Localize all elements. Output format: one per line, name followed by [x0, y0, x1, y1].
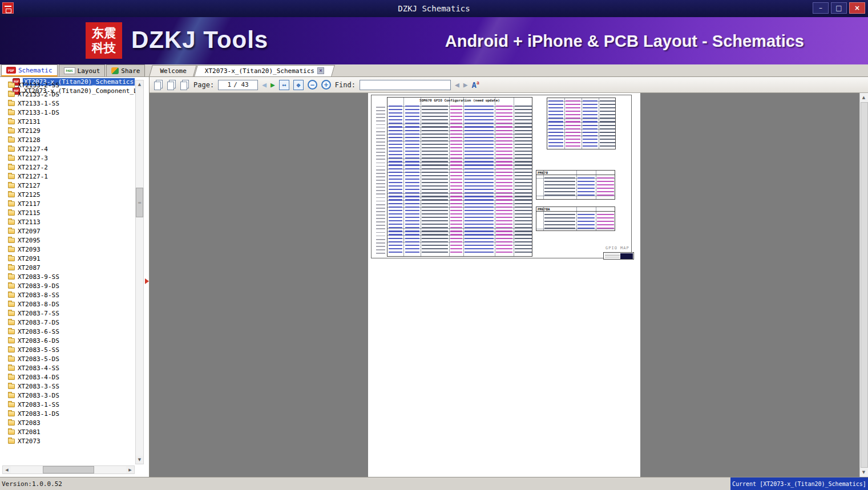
viewer-scroll-down-icon[interactable]: ▼ — [860, 468, 867, 476]
snapshot-icon[interactable] — [154, 82, 161, 90]
tree-item-folder[interactable]: XT2115 — [0, 208, 134, 217]
tree-item-folder[interactable]: XT2081 — [0, 427, 134, 436]
scroll-down-icon[interactable]: ▼ — [136, 456, 143, 464]
tree-item-folder[interactable]: XT2133-2-SS — [0, 80, 134, 90]
tree-item-label: XT2083 — [18, 419, 41, 427]
folder-icon — [8, 366, 15, 371]
tree-item-folder[interactable]: XT2093 — [0, 245, 134, 254]
tree-item-label: XT2133-1-SS — [18, 100, 59, 107]
scroll-left-icon[interactable]: ◀ — [3, 466, 11, 473]
close-button[interactable]: × — [849, 2, 865, 14]
tab-share[interactable]: Share — [106, 64, 145, 76]
tree-item-folder[interactable]: XT2083-1-SS — [0, 400, 134, 409]
sidebar-horizontal-scrollbar[interactable]: ◀ ▶ — [2, 465, 135, 474]
tree-item-folder[interactable]: XT2128 — [0, 135, 134, 144]
single-page-icon[interactable] — [167, 82, 174, 90]
tree-item-folder[interactable]: XT2113 — [0, 217, 134, 226]
find-previous-icon[interactable]: ◀ — [455, 80, 459, 89]
fit-width-icon[interactable]: ↔ — [279, 80, 289, 90]
tree-item-label: XT2113 — [18, 218, 41, 226]
tree-item-folder[interactable]: XT2083-7-DS — [0, 318, 134, 327]
tree-item-folder[interactable]: XT2083-8-SS — [0, 290, 134, 299]
viewer-vscroll-thumb[interactable] — [861, 102, 868, 468]
tree-item-folder[interactable]: XT2127-2 — [0, 163, 134, 172]
sidebar-vertical-scrollbar[interactable]: ▲ ≡ ▼ — [135, 80, 144, 464]
tree-item-folder[interactable]: XT2083-6-DS — [0, 336, 134, 345]
tree-item-label: XT2093 — [18, 246, 41, 253]
page-number-input[interactable]: 1 / 43 — [218, 80, 258, 90]
tree-item-folder[interactable]: XT2083-1-DS — [0, 409, 134, 418]
tree-item-folder[interactable]: XT2127-3 — [0, 153, 134, 163]
tree-item-folder[interactable]: XT2133-1-SS — [0, 99, 134, 108]
doc-tab-welcome-label: Welcome — [160, 67, 186, 75]
viewer-vertical-scrollbar[interactable]: ▲ ▼ — [859, 93, 868, 477]
minimize-button[interactable]: – — [813, 2, 829, 14]
tree-item-folder[interactable]: XT2127 — [0, 181, 134, 190]
next-page-icon[interactable]: ▶ — [271, 81, 275, 88]
scroll-right-icon[interactable]: ▶ — [126, 466, 134, 473]
tree-item-folder[interactable]: XT2083-8-DS — [0, 299, 134, 309]
facing-pages-icon[interactable] — [180, 82, 187, 90]
tree-item-folder[interactable]: XT2097 — [0, 226, 134, 236]
page-total: / 43 — [233, 81, 249, 88]
fit-page-icon[interactable]: ↔ ↕ — [293, 80, 304, 90]
tab-layout[interactable]: PADS Layout — [59, 64, 106, 76]
folder-icon — [8, 247, 15, 252]
tree-item-label: XT2083-9-DS — [18, 282, 59, 290]
tree-item-folder[interactable]: XT2083-9-SS — [0, 272, 134, 281]
doc-tab-active[interactable]: XT2073-x_(Titan20)_Schematics × — [196, 65, 333, 76]
folder-icon — [8, 375, 15, 380]
tree-item-label: XT2115 — [18, 209, 41, 217]
doc-tab-close-icon[interactable]: × — [317, 67, 324, 74]
tree-item-folder[interactable]: XT2073 — [0, 436, 134, 446]
tree-item-folder[interactable]: XT2127-1 — [0, 172, 134, 181]
zoom-in-icon[interactable]: + — [321, 80, 331, 90]
zoom-out-icon[interactable]: − — [308, 80, 317, 90]
tab-schematic-label: Schematic — [18, 67, 53, 74]
tree-item-folder[interactable]: XT2125 — [0, 190, 134, 199]
tree-item-folder[interactable]: XT2083 — [0, 418, 134, 427]
tree-item-folder[interactable]: XT2131 — [0, 117, 134, 126]
tree-item-label: XT2083-9-SS — [18, 273, 59, 281]
text-size-icon[interactable]: A a — [472, 80, 479, 90]
viewer-scroll-up-icon[interactable]: ▲ — [860, 94, 867, 102]
tree-item-folder[interactable]: XT2083-4-SS — [0, 363, 134, 372]
splitter-collapse-icon[interactable] — [145, 278, 149, 284]
tree-item-label: XT2127 — [18, 182, 41, 189]
tree-item-folder[interactable]: XT2129 — [0, 126, 134, 135]
find-input[interactable] — [360, 80, 451, 90]
doc-tab-welcome[interactable]: Welcome — [151, 65, 195, 76]
tree-item-folder[interactable]: XT2083-3-DS — [0, 391, 134, 400]
tree-item-folder[interactable]: XT2083-5-SS — [0, 345, 134, 354]
pdf-viewer[interactable]: SDM670 GPIO Configuration (need update) — [150, 93, 859, 477]
tab-schematic[interactable]: PDF Schematic — [1, 64, 58, 76]
folder-icon — [8, 256, 15, 261]
folder-icon — [8, 147, 15, 152]
tree-item-folder[interactable]: XT2133-2-DS — [0, 90, 134, 99]
folder-icon — [8, 183, 15, 188]
tree-item-folder[interactable]: XT2091 — [0, 254, 134, 263]
app-icon — [2, 2, 14, 14]
folder-icon — [8, 293, 15, 298]
tree-item-folder[interactable]: XT2095 — [0, 236, 134, 245]
previous-page-icon[interactable]: ◀ — [262, 81, 267, 88]
find-next-icon[interactable]: ▶ — [463, 80, 468, 89]
tree-item-folder[interactable]: XT2083-4-DS — [0, 372, 134, 382]
app-name: DZKJ Tools — [131, 26, 268, 54]
tree-item-folder[interactable]: XT2083-7-SS — [0, 309, 134, 318]
tree-item-label: XT2083-6-DS — [18, 337, 59, 345]
tree-item-folder[interactable]: XT2083-5-DS — [0, 354, 134, 363]
maximize-button[interactable]: □ — [831, 2, 847, 14]
folder-icon — [8, 402, 15, 407]
sidebar-hscroll-thumb[interactable] — [43, 466, 94, 473]
tree-item-label: XT2095 — [18, 237, 41, 244]
tree-item-folder[interactable]: XT2117 — [0, 199, 134, 208]
tree-item-folder[interactable]: XT2087 — [0, 263, 134, 272]
tree-item-folder[interactable]: XT2083-6-SS — [0, 327, 134, 336]
tree-item-folder[interactable]: XT2083-9-DS — [0, 281, 134, 290]
tree-item-folder[interactable]: XT2133-1-DS — [0, 108, 134, 117]
scroll-up-icon[interactable]: ▲ — [136, 80, 143, 88]
tree-item-folder[interactable]: XT2083-3-SS — [0, 382, 134, 391]
sidebar-vscroll-thumb[interactable]: ≡ — [136, 188, 143, 217]
tree-item-folder[interactable]: XT2127-4 — [0, 144, 134, 153]
